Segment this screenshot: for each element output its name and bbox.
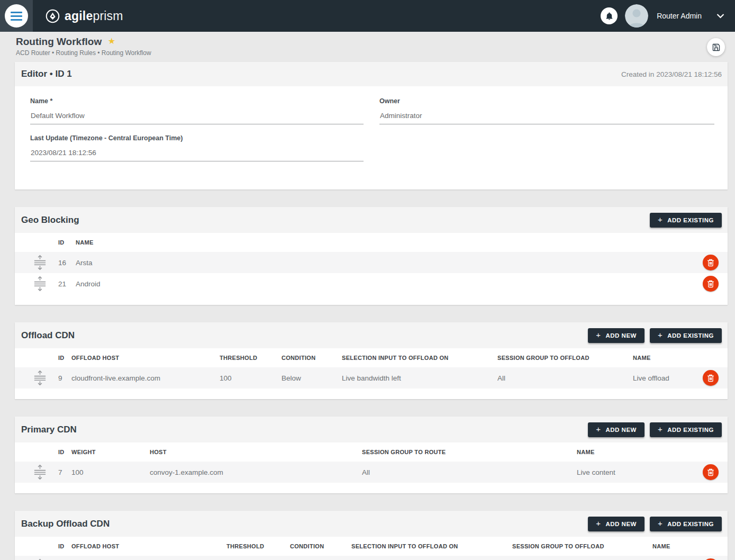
plus-icon: + (658, 331, 663, 339)
column-header: NAME (76, 239, 694, 246)
row-cell: 100 (220, 374, 282, 382)
add-existing-button[interactable]: +ADD EXISTING (650, 328, 722, 343)
plus-icon: + (658, 425, 663, 433)
last-update-field[interactable] (30, 149, 364, 161)
row-cell: All (497, 374, 633, 382)
star-icon[interactable]: ★ (108, 37, 115, 46)
chevron-down-icon[interactable] (716, 14, 724, 19)
row-cell: cloudfront-live.example.com (71, 374, 220, 382)
reorder-icon[interactable] (33, 255, 47, 270)
delete-row-button[interactable] (703, 464, 719, 480)
delete-row-button[interactable] (703, 276, 719, 292)
editor-panel: Editor • ID 1 Created in 2023/08/21 18:1… (15, 62, 728, 189)
delete-row-button[interactable] (703, 255, 719, 270)
button-label: ADD NEW (605, 521, 636, 527)
row-handle-cell (15, 255, 58, 270)
button-label: ADD EXISTING (667, 521, 714, 527)
notifications-button[interactable] (601, 7, 618, 24)
table-row: 9cloudfront-live.example.com100BelowLive… (15, 367, 728, 389)
add-existing-button[interactable]: +ADD EXISTING (650, 213, 722, 228)
column-header: NAME (577, 449, 694, 455)
column-header: HOST (150, 449, 362, 455)
row-handle-cell (15, 370, 58, 386)
last-update-field-label: Last Update (Timezone - Central European… (30, 134, 364, 142)
reorder-icon[interactable] (33, 464, 47, 480)
table-header-row: IDWEIGHTHOSTSESSION GROUP TO ROUTENAME (15, 442, 728, 462)
user-name[interactable]: Router Admin (657, 12, 702, 20)
table-header-row: IDOFFLOAD HOSTTHRESHOLDCONDITIONSELECTIO… (15, 537, 728, 556)
column-header: SESSION GROUP TO OFFLOAD (497, 355, 633, 361)
editor-fields: Name * Owner Last Update (Timezone - Cen… (15, 86, 728, 189)
section-title: Backup Offload CDN (21, 519, 110, 529)
table-row: 7100convoy-1.example.comAllLive content (15, 462, 728, 483)
add-existing-button[interactable]: +ADD EXISTING (650, 422, 722, 437)
column-header: ID (58, 239, 76, 246)
page-title: Routing Workflow (16, 36, 102, 47)
sections-container: Geo Blocking+ADD EXISTINGIDNAME16Arsta21… (15, 207, 728, 560)
reorder-icon[interactable] (33, 370, 47, 386)
row-cell: 16 (58, 259, 76, 267)
section-header-geo-blocking: Geo Blocking+ADD EXISTING (15, 207, 728, 233)
owner-field[interactable] (379, 112, 714, 124)
owner-field-label: Owner (379, 97, 714, 105)
name-field[interactable] (30, 112, 364, 124)
column-header: CONDITION (290, 543, 351, 549)
page-header: Routing Workflow ★ ACD Router • Routing … (0, 32, 735, 62)
hamburger-icon[interactable] (5, 4, 28, 28)
section-backup-offload-cdn: Backup Offload CDN+ADD NEW+ADD EXISTINGI… (15, 511, 728, 560)
column-header: SESSION GROUP TO ROUTE (362, 449, 577, 455)
name-field-label: Name * (30, 97, 364, 105)
name-field-group: Name * (30, 97, 364, 124)
editor-panel-header: Editor • ID 1 Created in 2023/08/21 18:1… (15, 62, 728, 86)
column-header: ID (58, 449, 71, 455)
section-title: Geo Blocking (21, 215, 79, 225)
row-action-cell (694, 370, 728, 386)
row-action-cell (694, 276, 728, 292)
navbar-right: Router Admin (601, 4, 735, 28)
column-header: OFFLOAD HOST (71, 355, 220, 361)
row-cell: Below (282, 374, 342, 382)
add-new-button[interactable]: +ADD NEW (588, 328, 645, 343)
trash-icon (707, 468, 714, 476)
section-actions: +ADD NEW+ADD EXISTING (588, 328, 722, 343)
created-timestamp: Created in 2023/08/21 18:12:56 (621, 70, 722, 78)
sidebar-toggle-button[interactable] (0, 0, 33, 32)
table-row (15, 556, 728, 560)
table-row: 21Android (15, 273, 728, 294)
row-cell: 7 (58, 468, 71, 476)
section-geo-blocking: Geo Blocking+ADD EXISTINGIDNAME16Arsta21… (15, 207, 728, 305)
section-actions: +ADD EXISTING (650, 213, 722, 228)
breadcrumb[interactable]: ACD Router • Routing Rules • Routing Wor… (16, 49, 735, 57)
plus-icon: + (658, 519, 663, 527)
add-new-button[interactable]: +ADD NEW (588, 422, 645, 437)
plus-icon: + (596, 519, 601, 527)
delete-row-button[interactable] (703, 370, 719, 386)
row-cell: Live bandwidth left (342, 374, 497, 382)
section-primary-cdn: Primary CDN+ADD NEW+ADD EXISTINGIDWEIGHT… (15, 417, 728, 493)
save-button[interactable] (707, 38, 725, 56)
plus-icon: + (596, 331, 601, 339)
table-row: 16Arsta (15, 252, 728, 273)
section-title: Primary CDN (21, 424, 77, 435)
section-actions: +ADD NEW+ADD EXISTING (588, 422, 722, 437)
row-handle-cell (15, 276, 58, 292)
brand-name: agileprism (65, 9, 123, 23)
reorder-icon[interactable] (33, 276, 47, 292)
main-content: Editor • ID 1 Created in 2023/08/21 18:1… (15, 62, 728, 560)
section-header-primary-cdn: Primary CDN+ADD NEW+ADD EXISTING (15, 417, 728, 442)
section-header-backup-offload-cdn: Backup Offload CDN+ADD NEW+ADD EXISTING (15, 511, 728, 537)
trash-icon (707, 280, 714, 288)
add-new-button[interactable]: +ADD NEW (588, 517, 645, 531)
row-cell: Android (76, 280, 694, 288)
column-header: ID (58, 543, 71, 549)
editor-title: Editor • ID 1 (21, 69, 72, 79)
plus-icon: + (658, 215, 663, 223)
column-header: OFFLOAD HOST (71, 543, 226, 549)
row-action-cell (694, 464, 728, 480)
row-cell: Arsta (76, 259, 694, 267)
top-navbar: agileprism Router Admin (0, 0, 735, 32)
add-existing-button[interactable]: +ADD EXISTING (650, 517, 722, 531)
section-table: IDNAME16Arsta21Android (15, 233, 728, 294)
column-header: THRESHOLD (226, 543, 290, 549)
user-avatar[interactable] (625, 4, 648, 28)
